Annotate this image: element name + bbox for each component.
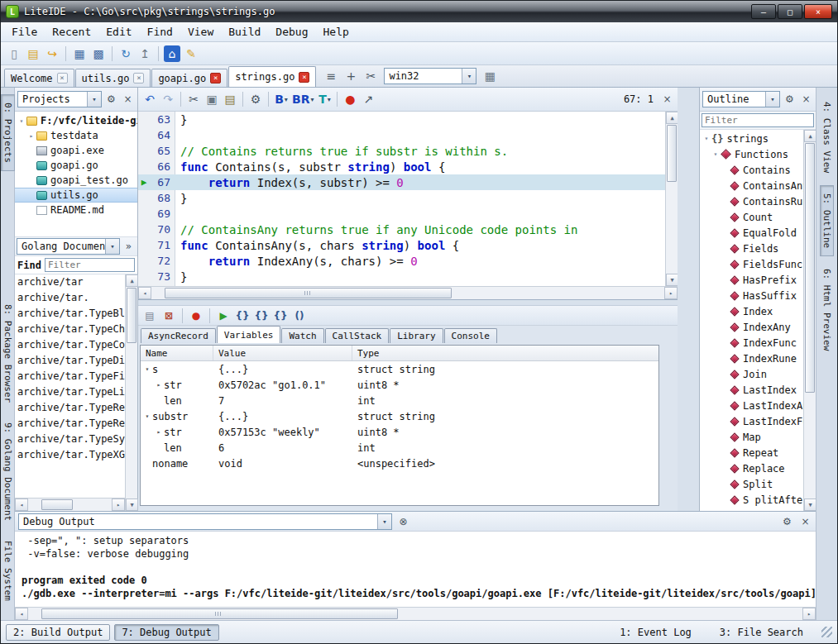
outline-item-s-plitafter[interactable]: S plitAfter [700,492,803,508]
tab-utils-go[interactable]: utils.go× [75,69,151,87]
tree-item-utils-go[interactable]: utils.go [15,188,137,203]
edit-icon[interactable]: ✎ [183,45,199,62]
more-icon[interactable]: » [122,240,136,254]
doc-list-vscrollbar[interactable]: ▲ ▼ [125,274,137,511]
tab-close-icon[interactable]: × [133,73,144,83]
doc-list-item[interactable]: archive/tar.TypeRe [15,416,125,432]
close-editor-icon[interactable]: × [660,93,674,107]
save-icon[interactable]: ▦ [71,45,88,62]
code-line[interactable]: 70// ContainsAny returns true if any Uni… [138,222,665,237]
variable-row[interactable]: nonamevoid<unspecified> [141,456,658,471]
variable-row[interactable]: ▾s{...}struct string [141,361,658,377]
open-terminal-icon[interactable]: ↗ [360,91,376,107]
scroll-left-icon[interactable]: ◂ [15,499,28,511]
debug-log-icon[interactable]: ▤ [141,308,158,324]
breakpoint-margin[interactable] [138,253,150,269]
outline-item-map[interactable]: Map [700,429,803,445]
row-expander-icon[interactable]: ▾ [142,365,152,373]
tree-item-goapi-exe[interactable]: goapi.exe [15,143,137,158]
outline-combo[interactable]: Outline ▾ [702,91,780,107]
close-button[interactable]: × [804,4,832,19]
code-line[interactable]: 68} [138,190,665,206]
outline-item-lastindexfunc[interactable]: LastIndexFunc [700,413,803,429]
scroll-down-icon[interactable]: ▼ [666,274,678,286]
tab-close-icon[interactable]: × [57,73,68,83]
breakpoint-margin[interactable] [138,237,150,253]
output-hscrollbar[interactable]: ◂ ▸ [15,607,816,620]
scrollbar-track[interactable] [804,142,816,499]
column-header-name[interactable]: Name [141,346,213,360]
outline-item-join[interactable]: Join [700,366,803,382]
scroll-down-icon[interactable]: ▼ [126,499,138,511]
side-tab-5-outline[interactable]: 5: Outline [820,185,834,256]
sidebar-mode-combo[interactable]: Golang Document ▾ [17,238,120,255]
side-tab-8-package-browser[interactable]: 8: Package Browser [2,297,14,410]
tree-item-goapi-test-go[interactable]: goapi_test.go [15,173,137,188]
outline-item-index[interactable]: Index [700,303,803,319]
variable-row[interactable]: ▾substr{...}struct string [141,408,658,424]
menu-item-help[interactable]: Help [316,23,357,41]
doc-list-item[interactable]: archive/tar.TypeSy [15,432,125,447]
tree-item-f-vfc-liteide-git[interactable]: ▾F:/vfc/liteide-git [15,113,137,128]
horizontal-splitter[interactable] [138,300,678,306]
step-over-icon[interactable]: {} [253,308,270,324]
scroll-right-icon[interactable]: ▸ [664,287,678,299]
breakpoint-margin[interactable] [138,269,150,284]
status-button-7-debug-output[interactable]: 7: Debug Output [114,624,218,641]
menu-item-file[interactable]: File [4,23,45,41]
row-expander-icon[interactable]: ▸ [154,428,164,436]
doc-list-item[interactable]: archive/tar.TypeDir [15,353,125,369]
breakpoint-margin[interactable] [138,112,150,127]
tree-expander-icon[interactable]: ▾ [702,135,711,142]
status-button-1-event-log[interactable]: 1: Event Log [612,624,699,641]
breakpoint-margin[interactable] [138,206,150,222]
gear-icon[interactable]: ⚙ [247,91,264,107]
status-button-2-build-output[interactable]: 2: Build Output [6,624,110,641]
new-file-icon[interactable]: ▯ [6,45,22,62]
doc-list-item[interactable]: archive/tar.TypeLin [15,384,125,400]
outline-item-indexrune[interactable]: IndexRune [700,351,803,366]
code-line[interactable]: 66func Contains(s, substr string) bool { [138,159,665,174]
scrollbar-track[interactable] [151,287,664,299]
chevron-down-icon[interactable]: ▾ [765,92,779,107]
step-out-icon[interactable]: {} [272,308,289,324]
execution-pointer-icon[interactable]: ▶ [138,174,150,190]
tab-welcome[interactable]: Welcome× [4,69,74,87]
export-icon[interactable]: ↥ [136,45,153,62]
build-menu-button[interactable]: B▾ [273,91,290,107]
outline-item-hassuffix[interactable]: HasSuffix [700,288,803,303]
debug-tab-callstack[interactable]: CallStack [325,328,390,343]
record-icon[interactable]: ● [342,91,358,107]
cut-icon[interactable]: ✂ [185,91,202,107]
side-tab-9-golang-document[interactable]: 9: Golang Document [2,415,14,528]
code-line[interactable]: 63} [138,112,665,127]
debug-tab-watch[interactable]: Watch [281,328,323,343]
build-config-icon[interactable]: ▦ [481,68,498,84]
variable-row[interactable]: ▸str0x57153c "weekly"uint8 * [141,424,658,440]
menu-item-view[interactable]: View [180,23,221,41]
code-line[interactable]: 71func ContainsAny(s, chars string) bool… [138,237,665,253]
code-line[interactable]: 65// Contains returns true if substr is … [138,143,665,159]
projects-combo[interactable]: Projects ▾ [17,91,102,107]
doc-list-hscrollbar[interactable]: ◂ ▸ [15,498,125,511]
add-tab-icon[interactable]: + [342,68,359,84]
find-input[interactable] [45,258,135,272]
side-tab-4-class-view[interactable]: 4: Class View [821,94,833,180]
tab-strings-go[interactable]: strings.go× [228,66,316,87]
tree-item-goapi-go[interactable]: goapi.go [15,158,137,173]
scrollbar-thumb[interactable] [127,288,136,343]
chevron-down-icon[interactable]: ▾ [105,239,119,254]
debug-tab-library[interactable]: Library [390,328,443,343]
code-line[interactable]: 64 [138,127,665,143]
tab-close-icon[interactable]: × [299,72,309,83]
outline-item-lastindex[interactable]: LastIndex [700,382,803,398]
save-all-icon[interactable]: ▩ [90,45,107,62]
doc-list-item[interactable]: archive/tar.TypeFif [15,369,125,384]
copy-icon[interactable]: ▣ [204,91,220,107]
menu-item-find[interactable]: Find [140,23,180,41]
tab-goapi-go[interactable]: goapi.go× [151,69,227,87]
scrollbar-thumb[interactable] [667,125,677,182]
scrollbar-track[interactable] [126,287,137,499]
tab-close-icon[interactable]: × [210,73,221,83]
breakpoint-margin[interactable] [138,143,150,159]
